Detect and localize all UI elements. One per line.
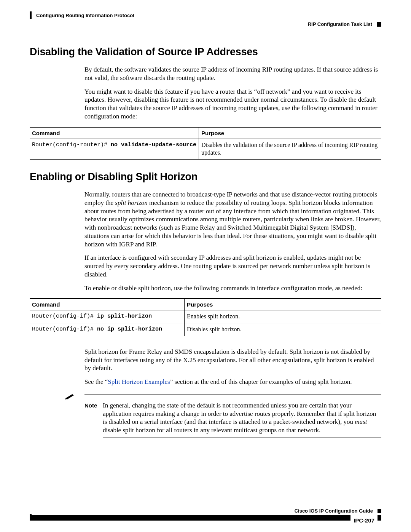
em-split-horizon: split horizon xyxy=(115,199,148,206)
cell-purpose: Disables split horizon. xyxy=(185,323,381,336)
command-table-2: Command Purposes Router(config-if)# ip s… xyxy=(30,298,381,336)
running-header: Configuring Routing Information Protocol xyxy=(30,11,381,19)
command-bold: ip split-horizon xyxy=(97,313,152,320)
paragraph: By default, the software validates the s… xyxy=(84,66,381,82)
command-table-1: Command Purpose Router(config-router)# n… xyxy=(30,127,381,160)
heading-disable-validation: Disabling the Validation of Source IP Ad… xyxy=(30,46,381,58)
note-text: In general, changing the state of the de… xyxy=(103,401,381,435)
prompt: Router(config-if)# xyxy=(32,313,97,320)
running-subheader: RIP Configuration Task List xyxy=(30,21,381,27)
footer: Cisco IOS IP Configuration Guide IPC-207 xyxy=(30,508,381,521)
body-sec1: By default, the software validates the s… xyxy=(84,66,381,121)
chapter-title: Configuring Routing Information Protocol xyxy=(36,13,134,18)
link-split-horizon-examples[interactable]: Split Horizon Examples xyxy=(108,378,170,385)
note-block: Note In general, changing the state of t… xyxy=(65,393,381,438)
paragraph: You might want to disable this feature i… xyxy=(84,88,381,121)
paragraph: See the “Split Horizon Examples” section… xyxy=(84,378,381,386)
note-label: Note xyxy=(84,401,103,409)
prompt: Router(config-router)# xyxy=(32,142,111,148)
page: Configuring Routing Information Protocol… xyxy=(0,0,411,532)
footer-square-icon xyxy=(378,509,381,513)
command-bold: no validate-update-source xyxy=(111,142,196,148)
command-bold: no ip split-horizon xyxy=(97,326,162,332)
square-icon xyxy=(377,22,381,27)
col-purposes: Purposes xyxy=(185,299,381,310)
cell-purpose: Enables split horizon. xyxy=(185,310,381,323)
footer-bar-left-icon xyxy=(30,514,32,521)
pencil-icon xyxy=(65,393,75,401)
paragraph: Normally, routers that are connected to … xyxy=(84,190,381,248)
page-number: IPC-207 xyxy=(350,515,378,526)
em-must: must xyxy=(355,418,367,425)
col-purpose: Purpose xyxy=(199,127,381,139)
table-row: Router(config-if)# no ip split-horizon D… xyxy=(30,323,381,336)
table-row: Router(config-if)# ip split-horizon Enab… xyxy=(30,310,381,323)
cell-purpose: Disables the validation of the source IP… xyxy=(199,139,381,160)
note-icon-col xyxy=(65,393,84,401)
header-bar-icon xyxy=(30,11,32,19)
prompt: Router(config-if)# xyxy=(32,326,97,332)
col-command: Command xyxy=(30,299,185,310)
paragraph: If an interface is configured with secon… xyxy=(84,254,381,278)
note-rule-bottom xyxy=(103,438,381,438)
footer-rule: IPC-207 xyxy=(30,515,381,521)
heading-split-horizon: Enabling or Disabling Split Horizon xyxy=(30,171,381,183)
table-header-row: Command Purpose xyxy=(30,127,381,139)
body-sec2: Normally, routers that are connected to … xyxy=(84,190,381,292)
cell-command: Router(config-router)# no validate-updat… xyxy=(30,139,199,160)
cell-command: Router(config-if)# ip split-horizon xyxy=(30,310,185,323)
table-header-row: Command Purposes xyxy=(30,299,381,310)
note-rule-top xyxy=(84,395,381,395)
section-breadcrumb: RIP Configuration Task List xyxy=(308,21,372,27)
paragraph: Split horizon for Frame Relay and SMDS e… xyxy=(84,348,381,372)
col-command: Command xyxy=(30,127,199,139)
paragraph: To enable or disable split horizon, use … xyxy=(84,284,381,292)
cell-command: Router(config-if)# no ip split-horizon xyxy=(30,323,185,336)
footer-guide-title: Cisco IOS IP Configuration Guide xyxy=(295,508,373,514)
table-row: Router(config-router)# no validate-updat… xyxy=(30,139,381,160)
body-sec3: Split horizon for Frame Relay and SMDS e… xyxy=(84,348,381,386)
